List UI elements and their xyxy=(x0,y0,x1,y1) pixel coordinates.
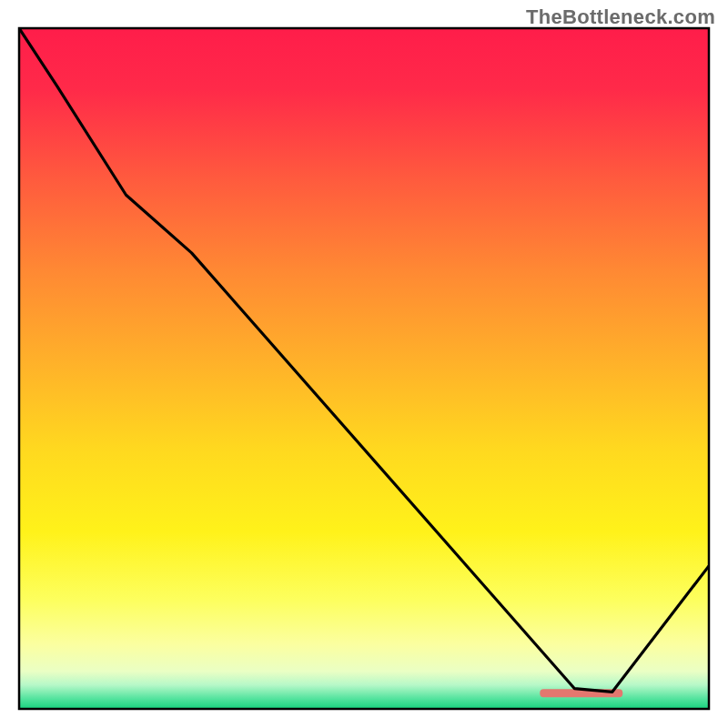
chart-stage: TheBottleneck.com xyxy=(0,0,728,728)
chart-svg xyxy=(0,0,728,728)
gradient-background xyxy=(19,28,709,709)
